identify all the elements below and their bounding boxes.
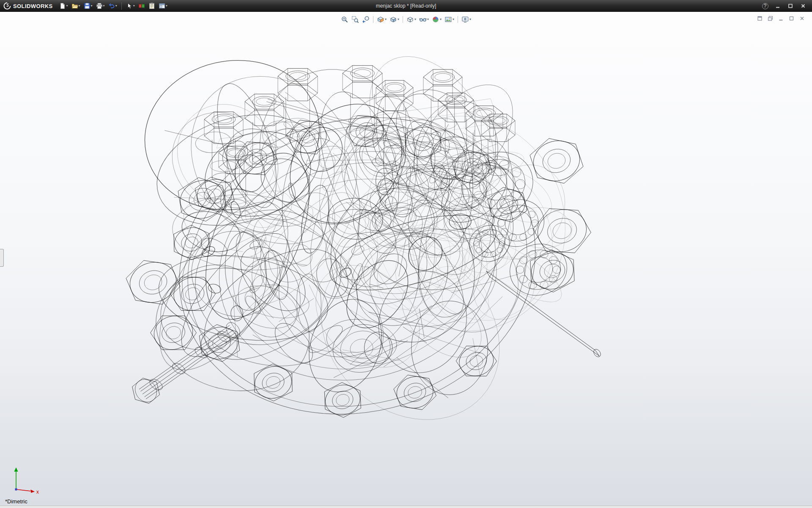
chevron-down-icon[interactable]: ▾ <box>440 18 442 21</box>
titlebar-toolbar: ▾ ▾ ▾ ▾ <box>58 2 169 10</box>
select-cursor-icon <box>126 3 133 9</box>
options-button[interactable]: ▾ <box>157 2 169 10</box>
selection-filter-button[interactable] <box>137 2 146 10</box>
heads-up-view-toolbar: ▾ ▾ ▾ ▾ <box>338 14 474 25</box>
print-button[interactable]: ▾ <box>95 2 106 10</box>
chevron-down-icon[interactable]: ▾ <box>427 18 429 21</box>
chevron-down-icon[interactable]: ▾ <box>453 18 454 21</box>
triad-x-axis-arrow <box>30 489 35 493</box>
open-button[interactable]: ▾ <box>70 2 82 10</box>
minimize-icon <box>775 3 780 8</box>
edit-appearance-ball-icon <box>432 16 439 23</box>
view-orientation-cube-icon <box>390 16 397 23</box>
zoom-to-area-button[interactable] <box>351 15 360 24</box>
new-document-icon <box>59 3 66 9</box>
undo-arrow-icon <box>108 3 115 9</box>
apply-scene-button[interactable]: ▾ <box>444 15 455 24</box>
document-title: menjac sklop * [Read-only] <box>376 3 436 9</box>
window-maximize-icon <box>789 16 794 21</box>
window-minimize-icon <box>778 16 784 21</box>
chevron-down-icon[interactable]: ▾ <box>79 4 80 8</box>
chevron-down-icon[interactable]: ▾ <box>166 4 167 8</box>
model-wireframe-canvas[interactable] <box>0 12 812 505</box>
close-icon <box>801 3 806 8</box>
close-button[interactable] <box>799 2 807 10</box>
titlebar: SOLIDWORKS ▾ ▾ ▾ <box>0 0 812 12</box>
apply-scene-icon <box>444 16 452 23</box>
save-button[interactable]: ▾ <box>82 2 94 10</box>
minimize-button[interactable] <box>774 2 782 10</box>
undo-button[interactable]: ▾ <box>107 2 118 10</box>
display-style-wireframe-icon <box>406 16 414 23</box>
section-view-icon <box>377 16 384 23</box>
toolbar-separator <box>403 16 403 23</box>
maximize-button[interactable] <box>787 2 794 10</box>
bottom-status-strip <box>0 505 812 508</box>
help-icon: ? <box>762 3 768 9</box>
zoom-to-fit-button[interactable] <box>340 15 349 24</box>
chevron-down-icon[interactable]: ▾ <box>66 4 68 8</box>
triad-y-axis-arrow <box>14 467 18 472</box>
view-settings-icon <box>461 16 469 23</box>
help-button[interactable]: ? <box>761 2 769 10</box>
document-window-controls <box>756 15 805 22</box>
window-restore-icon <box>757 16 763 21</box>
clipboard-icon <box>148 3 155 9</box>
zoom-to-area-icon <box>351 16 359 23</box>
app-window-controls: ? <box>761 2 812 10</box>
new-document-button[interactable]: ▾ <box>58 2 69 10</box>
featuremanager-flyout-tab[interactable] <box>0 249 4 267</box>
select-button[interactable]: ▾ <box>125 2 136 10</box>
chevron-down-icon[interactable]: ▾ <box>91 4 93 8</box>
view-settings-button[interactable]: ▾ <box>461 15 472 24</box>
view-orientation-button[interactable]: ▾ <box>389 15 400 24</box>
selection-filter-icon <box>138 3 145 9</box>
chevron-down-icon[interactable]: ▾ <box>115 4 117 8</box>
hide-show-glasses-icon <box>419 16 427 23</box>
toolbar-separator <box>458 16 458 23</box>
zoom-to-fit-icon <box>341 16 348 23</box>
chevron-down-icon[interactable]: ▾ <box>133 4 135 8</box>
doc-float-button[interactable] <box>767 15 774 22</box>
chevron-down-icon[interactable]: ▾ <box>103 4 105 8</box>
chevron-down-icon[interactable]: ▾ <box>414 18 416 21</box>
edit-appearance-button[interactable]: ▾ <box>431 15 442 24</box>
toolbar-separator <box>373 16 373 23</box>
file-properties-button[interactable] <box>147 2 156 10</box>
hide-show-items-button[interactable]: ▾ <box>418 15 430 24</box>
window-float-icon <box>768 16 773 21</box>
chevron-down-icon[interactable]: ▾ <box>398 18 399 21</box>
window-close-icon <box>799 16 805 21</box>
options-panel-icon <box>159 3 165 9</box>
graphics-viewport[interactable]: ▾ ▾ ▾ ▾ <box>0 12 812 505</box>
chevron-down-icon[interactable]: ▾ <box>385 18 387 21</box>
open-folder-icon <box>71 3 78 9</box>
solidworks-logo-icon <box>3 2 11 10</box>
view-orientation-label: *Dimetric <box>5 498 27 505</box>
section-view-button[interactable]: ▾ <box>376 15 387 24</box>
toolbar-separator <box>121 2 122 10</box>
brand-text: SOLIDWORKS <box>13 3 53 9</box>
reference-triad[interactable]: x <box>10 466 41 494</box>
triad-z-axis-dot <box>15 489 17 491</box>
doc-close-button[interactable] <box>798 15 805 22</box>
doc-minimize-button[interactable] <box>777 15 784 22</box>
print-icon <box>96 3 103 9</box>
previous-view-icon <box>362 16 370 23</box>
display-style-button[interactable]: ▾ <box>406 15 417 24</box>
save-floppy-icon <box>84 3 91 9</box>
doc-restore-button[interactable] <box>756 15 763 22</box>
doc-maximize-button[interactable] <box>788 15 795 22</box>
chevron-down-icon[interactable]: ▾ <box>469 18 471 21</box>
triad-x-label: x <box>36 489 39 494</box>
previous-view-button[interactable] <box>361 15 370 24</box>
solidworks-logo: SOLIDWORKS <box>0 2 58 10</box>
maximize-icon <box>788 3 793 8</box>
